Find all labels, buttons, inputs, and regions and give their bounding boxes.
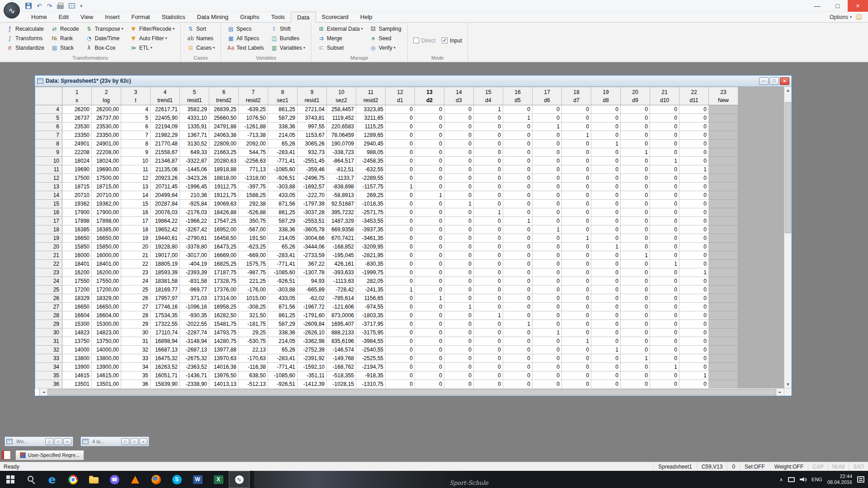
cell[interactable]: 1156,65: [356, 294, 386, 303]
file-explorer-button[interactable]: [83, 471, 104, 488]
cell[interactable]: -3378,80: [180, 243, 209, 251]
cell-new[interactable]: [709, 251, 738, 260]
cell[interactable]: -918,35: [356, 371, 386, 380]
spreadsheet-window-titlebar[interactable]: Data: Spreadsheet1* (23v by 62c) — □ ×: [35, 75, 792, 87]
cell[interactable]: 0: [562, 191, 591, 200]
cell[interactable]: 16385: [62, 225, 92, 234]
spreadsheet-quick-icon[interactable]: [69, 3, 75, 9]
cell[interactable]: -58,8913: [327, 191, 356, 200]
ribbon-button-stack[interactable]: ▤Stack: [48, 43, 81, 52]
cell[interactable]: 0: [679, 191, 709, 200]
cell[interactable]: 18715: [62, 183, 92, 191]
cell[interactable]: 0: [679, 131, 709, 140]
cell[interactable]: 649,33: [180, 148, 209, 157]
grid-corner[interactable]: [35, 87, 62, 105]
ribbon-button-variables[interactable]: ▥Variables▾: [268, 43, 307, 52]
cell[interactable]: 0: [444, 346, 474, 354]
cell[interactable]: 0: [591, 260, 621, 268]
cell[interactable]: 0: [415, 286, 444, 294]
cell[interactable]: 214,05: [268, 131, 297, 140]
start-button[interactable]: [0, 471, 21, 488]
cell[interactable]: 28: [121, 311, 151, 320]
child-minimize-button[interactable]: —: [759, 77, 769, 85]
cell[interactable]: -1999,75: [356, 268, 386, 277]
cell[interactable]: 1: [621, 354, 650, 363]
cell[interactable]: 0: [474, 320, 503, 328]
cell[interactable]: 0: [533, 380, 562, 389]
cell[interactable]: 21770,48: [151, 140, 180, 148]
cell[interactable]: 0: [650, 294, 679, 303]
cell[interactable]: 395,7232: [327, 208, 356, 217]
cell[interactable]: -283,41: [268, 251, 297, 260]
cell[interactable]: 0: [562, 251, 591, 260]
cell[interactable]: 36: [121, 380, 151, 389]
cell[interactable]: 1: [474, 311, 503, 320]
row-header[interactable]: 34: [35, 363, 62, 371]
column-header-17-d6[interactable]: 17d6: [533, 87, 562, 105]
cell[interactable]: 0: [679, 328, 709, 337]
column-header-19-d8[interactable]: 19d8: [591, 87, 621, 105]
cell[interactable]: -2338,90: [180, 380, 209, 389]
ribbon-button-external-data[interactable]: ⊞External Data▾: [315, 24, 365, 33]
cell[interactable]: 0: [386, 174, 415, 183]
cell[interactable]: 0: [621, 174, 650, 183]
cell[interactable]: 25: [121, 286, 151, 294]
cell[interactable]: -632,55: [356, 165, 386, 174]
cell[interactable]: 0: [444, 371, 474, 380]
cell[interactable]: 0: [679, 225, 709, 234]
cell[interactable]: 19017,00: [151, 251, 180, 260]
app-logo-icon[interactable]: ∿: [4, 2, 20, 19]
cell[interactable]: -2733,59: [297, 251, 327, 260]
cell[interactable]: 0: [444, 337, 474, 346]
cell[interactable]: 14615: [62, 371, 92, 380]
cell[interactable]: -2551,45: [297, 157, 327, 165]
options-button[interactable]: Options ▾: [828, 12, 854, 22]
cell[interactable]: 0: [562, 371, 591, 380]
cell[interactable]: -1133,7: [327, 174, 356, 183]
cell[interactable]: 21135,06: [151, 165, 180, 174]
cell[interactable]: 13970,63: [209, 354, 239, 363]
column-header-11-resid2[interactable]: 11resid2: [356, 87, 386, 105]
cell[interactable]: 0: [533, 131, 562, 140]
cell[interactable]: 21982,29: [151, 131, 180, 140]
ribbon-button-merge[interactable]: ⇉Merge: [315, 33, 365, 43]
cell[interactable]: 0: [650, 303, 679, 311]
cell-new[interactable]: [709, 191, 738, 200]
cell[interactable]: -2525,55: [356, 354, 386, 363]
cell[interactable]: 0: [444, 105, 474, 114]
cell[interactable]: 1575,75: [239, 260, 268, 268]
ribbon-button-recode[interactable]: ⇄Recode: [48, 24, 81, 33]
cell[interactable]: 0: [679, 157, 709, 165]
cell[interactable]: 0: [679, 114, 709, 122]
tab-format[interactable]: Format: [126, 12, 156, 22]
row-header[interactable]: 18: [35, 225, 62, 234]
cell[interactable]: 30: [121, 328, 151, 337]
cell[interactable]: 0: [621, 105, 650, 114]
cell[interactable]: 17534,35: [151, 311, 180, 320]
cell[interactable]: 1: [474, 208, 503, 217]
cell[interactable]: 670,7421: [327, 234, 356, 243]
cell[interactable]: 0: [386, 294, 415, 303]
cell[interactable]: 0: [533, 363, 562, 371]
cell[interactable]: 18715,00: [92, 183, 121, 191]
cell[interactable]: 0: [591, 157, 621, 165]
cell[interactable]: 0: [474, 277, 503, 286]
split-handle[interactable]: [35, 389, 40, 396]
cell[interactable]: 26737: [62, 114, 92, 122]
cell[interactable]: 1695,407: [327, 320, 356, 328]
cell[interactable]: 0: [621, 363, 650, 371]
cell[interactable]: 0: [474, 354, 503, 363]
cell[interactable]: 0: [474, 148, 503, 157]
cell[interactable]: -3461,35: [356, 234, 386, 243]
ribbon-button-transpose[interactable]: ⇅Transpose▾: [83, 24, 125, 33]
cell[interactable]: 433,05: [268, 294, 297, 303]
ribbon-button-recalculate[interactable]: ƒRecalculate: [4, 24, 47, 33]
cell[interactable]: 0: [650, 183, 679, 191]
column-header-16-d5[interactable]: 16d5: [503, 87, 533, 105]
cell[interactable]: 0: [562, 114, 591, 122]
cell-new[interactable]: [709, 140, 738, 148]
row-header[interactable]: 4: [35, 105, 62, 114]
cell[interactable]: 18329,00: [92, 294, 121, 303]
cell[interactable]: -3017,00: [180, 251, 209, 260]
cell[interactable]: 0: [621, 183, 650, 191]
